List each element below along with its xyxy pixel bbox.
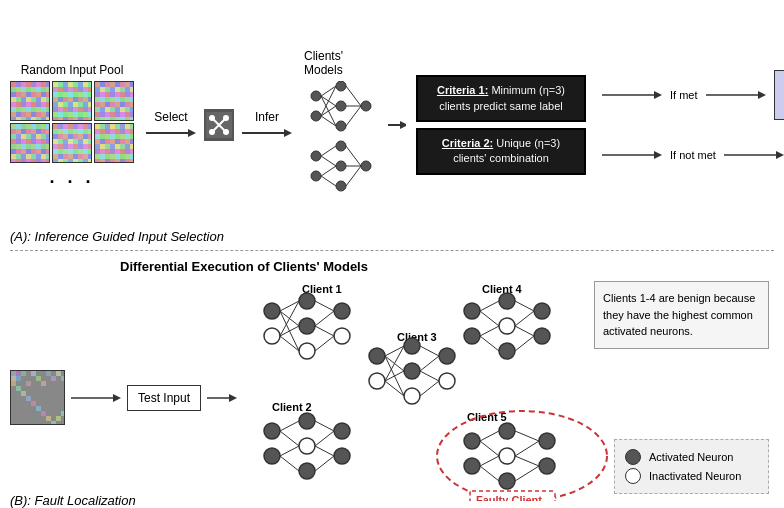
svg-rect-203 [11, 159, 16, 163]
test-input-flow-arrow [71, 391, 121, 405]
svg-rect-34 [31, 87, 36, 92]
svg-rect-309 [83, 124, 88, 129]
svg-line-484 [315, 326, 334, 336]
svg-rect-388 [130, 154, 134, 159]
svg-rect-449 [46, 371, 51, 376]
svg-point-406 [361, 101, 371, 111]
svg-point-402 [311, 111, 321, 121]
svg-rect-148 [105, 87, 110, 92]
svg-rect-248 [41, 144, 46, 149]
svg-rect-291 [68, 154, 73, 159]
svg-point-418 [336, 141, 346, 151]
svg-rect-93 [68, 97, 73, 102]
svg-rect-264 [53, 139, 58, 144]
svg-point-519 [299, 413, 315, 429]
svg-rect-1 [11, 82, 16, 87]
svg-rect-116 [83, 92, 88, 97]
svg-rect-171 [120, 82, 125, 87]
svg-rect-361 [115, 139, 120, 144]
svg-rect-326 [95, 124, 100, 129]
svg-rect-295 [73, 134, 78, 139]
svg-rect-263 [53, 134, 58, 139]
svg-rect-330 [95, 144, 100, 149]
svg-rect-238 [36, 134, 41, 139]
svg-rect-27 [26, 92, 31, 97]
svg-rect-26 [26, 87, 31, 92]
svg-rect-443 [11, 376, 16, 381]
svg-rect-331 [95, 149, 100, 154]
svg-rect-110 [78, 102, 83, 107]
svg-rect-383 [130, 129, 134, 134]
svg-line-415 [346, 106, 361, 126]
svg-rect-452 [61, 376, 65, 381]
svg-rect-197 [11, 129, 16, 134]
svg-rect-182 [125, 97, 130, 102]
svg-rect-112 [78, 112, 83, 117]
svg-rect-119 [83, 107, 88, 112]
svg-rect-150 [105, 97, 110, 102]
svg-rect-367 [120, 129, 125, 134]
svg-rect-53 [41, 102, 46, 107]
svg-rect-69 [53, 97, 58, 102]
svg-rect-343 [105, 129, 110, 134]
svg-point-404 [336, 101, 346, 111]
svg-rect-105 [73, 117, 78, 121]
svg-rect-174 [120, 97, 125, 102]
svg-rect-348 [105, 154, 110, 159]
svg-rect-364 [115, 154, 120, 159]
svg-rect-134 [95, 97, 100, 102]
svg-rect-126 [88, 102, 92, 107]
svg-line-526 [280, 446, 299, 456]
svg-line-541 [480, 441, 499, 456]
svg-rect-459 [41, 411, 46, 416]
svg-rect-249 [41, 149, 46, 154]
svg-rect-215 [21, 139, 26, 144]
select-label: Select [154, 110, 187, 124]
svg-line-480 [280, 336, 299, 351]
svg-rect-79 [58, 107, 63, 112]
svg-rect-80 [58, 112, 63, 117]
svg-rect-129 [88, 117, 92, 121]
svg-rect-190 [130, 97, 134, 102]
pool-cell-1 [10, 81, 50, 121]
svg-rect-30 [26, 107, 31, 112]
legend-activated: Activated Neuron [625, 449, 758, 465]
client2-label: Client 2 [272, 401, 312, 413]
svg-rect-85 [63, 97, 68, 102]
svg-marker-436 [654, 151, 662, 159]
svg-rect-143 [100, 102, 105, 107]
svg-rect-217 [21, 149, 26, 154]
svg-rect-43 [36, 92, 41, 97]
if-met-label: If met [670, 89, 698, 101]
svg-rect-75 [58, 87, 63, 92]
svg-point-532 [437, 411, 607, 501]
svg-rect-155 [110, 82, 115, 87]
svg-rect-342 [105, 124, 110, 129]
svg-line-481 [315, 301, 334, 311]
svg-rect-106 [78, 82, 83, 87]
clients-models: Clients' Models [304, 49, 378, 201]
svg-rect-78 [58, 102, 63, 107]
svg-rect-209 [16, 149, 21, 154]
not-met-arrow2 [724, 148, 784, 162]
svg-rect-140 [100, 87, 105, 92]
svg-rect-20 [21, 97, 26, 102]
pool-dots: . . . [49, 167, 94, 188]
svg-line-547 [515, 456, 539, 466]
svg-rect-81 [58, 117, 63, 121]
svg-rect-163 [115, 82, 120, 87]
svg-rect-199 [11, 139, 16, 144]
svg-rect-73 [53, 117, 58, 121]
svg-line-497 [385, 381, 404, 396]
svg-rect-19 [21, 92, 26, 97]
svg-rect-272 [58, 139, 63, 144]
test-to-network-arrow [207, 391, 237, 405]
svg-rect-327 [95, 129, 100, 134]
svg-rect-301 [78, 124, 83, 129]
svg-point-537 [499, 473, 515, 489]
svg-point-523 [334, 448, 350, 464]
svg-rect-70 [53, 102, 58, 107]
svg-rect-266 [53, 149, 58, 154]
svg-rect-141 [100, 92, 105, 97]
svg-rect-41 [36, 82, 41, 87]
